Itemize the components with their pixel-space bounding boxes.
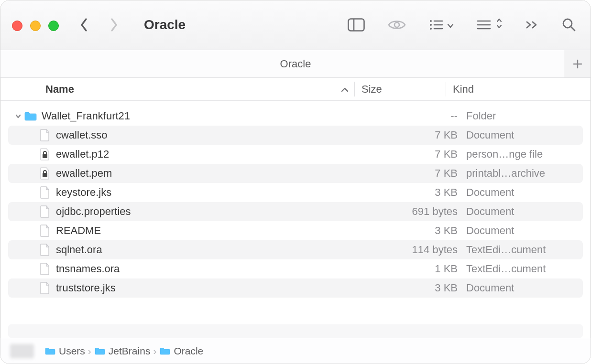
document-icon bbox=[38, 128, 52, 142]
path-segment[interactable]: JetBrains bbox=[94, 345, 151, 357]
status-bar bbox=[8, 324, 583, 338]
close-window-button[interactable] bbox=[12, 21, 22, 31]
file-name: tnsnames.ora bbox=[56, 263, 374, 275]
quick-look-button[interactable] bbox=[388, 19, 406, 31]
document-icon bbox=[38, 224, 52, 237]
toolbar bbox=[348, 18, 576, 32]
svg-point-5 bbox=[430, 24, 432, 26]
svg-rect-17 bbox=[43, 173, 47, 177]
file-row[interactable]: ojdbc.properties691 bytesDocument bbox=[8, 202, 583, 221]
back-button[interactable] bbox=[78, 17, 90, 33]
chevron-right-icon: › bbox=[153, 345, 156, 357]
file-kind: Document bbox=[466, 205, 583, 218]
window-controls bbox=[12, 21, 59, 31]
file-list: Wallet_Frankfurt21 -- Folder cwallet.sso… bbox=[0, 101, 591, 324]
forward-button[interactable] bbox=[108, 17, 120, 33]
file-kind: TextEdi…cument bbox=[466, 244, 583, 256]
file-size: 7 KB bbox=[374, 129, 466, 141]
file-kind: Document bbox=[466, 225, 583, 237]
nav-buttons bbox=[78, 17, 120, 33]
file-name: ewallet.pem bbox=[56, 167, 374, 180]
folder-row[interactable]: Wallet_Frankfurt21 -- Folder bbox=[8, 107, 583, 126]
svg-point-2 bbox=[394, 22, 399, 27]
document-icon bbox=[38, 243, 52, 257]
action-menu-button[interactable] bbox=[477, 18, 503, 32]
folder-name: Wallet_Frankfurt21 bbox=[42, 110, 374, 122]
folder-icon bbox=[23, 111, 38, 121]
svg-line-13 bbox=[571, 27, 575, 31]
file-size: 7 KB bbox=[374, 148, 466, 161]
file-row[interactable]: keystore.jks3 KBDocument bbox=[8, 183, 583, 202]
finder-window: Oracle bbox=[0, 0, 591, 364]
file-kind: person…nge file bbox=[466, 148, 583, 161]
zoom-window-button[interactable] bbox=[48, 21, 59, 31]
path-bar: Users›JetBrains›Oracle bbox=[0, 338, 591, 364]
file-kind: Document bbox=[466, 186, 583, 199]
column-kind[interactable]: Kind bbox=[446, 83, 591, 96]
svg-point-3 bbox=[430, 20, 432, 22]
file-name: README bbox=[56, 225, 374, 237]
column-header: Name Size Kind bbox=[0, 78, 591, 101]
certificate-icon bbox=[38, 148, 52, 161]
tab-bar: Oracle bbox=[0, 50, 591, 78]
file-row[interactable]: cwallet.sso7 KBDocument bbox=[8, 126, 583, 145]
svg-point-7 bbox=[430, 28, 432, 30]
sort-ascending-icon bbox=[341, 83, 349, 96]
file-size: 1 KB bbox=[374, 263, 466, 275]
file-name: ewallet.p12 bbox=[56, 148, 374, 161]
document-icon bbox=[38, 186, 52, 199]
file-name: truststore.jks bbox=[56, 282, 374, 294]
chevron-right-icon: › bbox=[88, 345, 91, 357]
new-tab-button[interactable] bbox=[564, 50, 591, 77]
file-name: cwallet.sso bbox=[56, 129, 374, 141]
disk-icon[interactable] bbox=[10, 344, 34, 358]
file-size: 3 KB bbox=[374, 225, 466, 237]
disclosure-triangle[interactable] bbox=[13, 113, 23, 119]
path-segment[interactable]: Users bbox=[44, 345, 85, 357]
column-name[interactable]: Name bbox=[45, 83, 354, 96]
file-row[interactable]: README3 KBDocument bbox=[8, 221, 583, 240]
chevron-down-icon bbox=[447, 19, 454, 31]
file-row[interactable]: ewallet.p127 KBperson…nge file bbox=[8, 145, 583, 164]
svg-rect-0 bbox=[349, 19, 364, 31]
certificate-icon bbox=[38, 167, 52, 180]
file-kind: TextEdi…cument bbox=[466, 263, 583, 275]
column-size-label: Size bbox=[361, 83, 382, 95]
path-label: Users bbox=[59, 345, 85, 357]
group-by-button[interactable] bbox=[429, 19, 454, 31]
column-name-label: Name bbox=[45, 83, 74, 96]
path-segment[interactable]: Oracle bbox=[159, 345, 203, 357]
overflow-button[interactable] bbox=[525, 21, 539, 29]
search-button[interactable] bbox=[562, 18, 576, 32]
titlebar: Oracle bbox=[0, 0, 591, 50]
file-name: keystore.jks bbox=[56, 186, 374, 199]
document-icon bbox=[38, 262, 52, 276]
document-icon bbox=[38, 281, 52, 295]
path-label: Oracle bbox=[174, 345, 203, 357]
column-size[interactable]: Size bbox=[355, 83, 446, 96]
svg-rect-16 bbox=[43, 154, 47, 158]
file-name: sqlnet.ora bbox=[56, 244, 374, 256]
file-size: 3 KB bbox=[374, 282, 466, 294]
file-kind: Document bbox=[466, 129, 583, 141]
file-kind: printabl…archive bbox=[466, 167, 583, 180]
folder-size: -- bbox=[374, 110, 466, 122]
folder-kind: Folder bbox=[466, 110, 583, 122]
file-size: 114 bytes bbox=[374, 244, 466, 256]
path-label: JetBrains bbox=[109, 345, 151, 357]
file-row[interactable]: tnsnames.ora1 KBTextEdi…cument bbox=[8, 259, 583, 278]
toggle-sidebar-button[interactable] bbox=[348, 18, 365, 32]
sort-arrows-icon bbox=[496, 18, 503, 32]
file-kind: Document bbox=[466, 282, 583, 294]
column-kind-label: Kind bbox=[453, 83, 474, 95]
file-size: 691 bytes bbox=[374, 205, 466, 218]
file-size: 7 KB bbox=[374, 167, 466, 180]
window-title: Oracle bbox=[144, 17, 186, 32]
file-row[interactable]: truststore.jks3 KBDocument bbox=[8, 278, 583, 298]
file-size: 3 KB bbox=[374, 186, 466, 199]
file-name: ojdbc.properties bbox=[56, 205, 374, 218]
minimize-window-button[interactable] bbox=[30, 21, 41, 31]
tab-oracle[interactable]: Oracle bbox=[0, 50, 591, 77]
file-row[interactable]: sqlnet.ora114 bytesTextEdi…cument bbox=[8, 240, 583, 259]
file-row[interactable]: ewallet.pem7 KBprintabl…archive bbox=[8, 164, 583, 183]
